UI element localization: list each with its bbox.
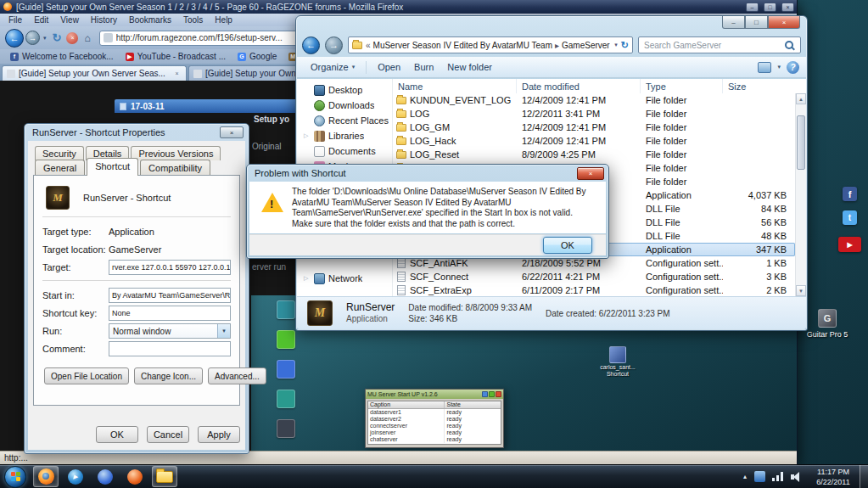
breadcrumb-segment[interactable]: GameServer bbox=[562, 41, 610, 50]
dialog-titlebar[interactable]: Problem with Shortcut bbox=[247, 165, 608, 182]
file-row[interactable]: SCF_ExtraExp 6/11/2009 2:17 PM Configura… bbox=[393, 283, 795, 296]
home-button[interactable] bbox=[84, 32, 90, 44]
show-hidden-icons-button[interactable] bbox=[743, 473, 747, 480]
start-button[interactable] bbox=[4, 466, 26, 488]
menu-item[interactable]: Edit bbox=[28, 15, 54, 25]
minimize-button[interactable] bbox=[722, 16, 745, 29]
change-view-icon[interactable] bbox=[758, 62, 771, 73]
help-icon[interactable] bbox=[787, 61, 799, 74]
bookmark-item[interactable]: f Welcome to Facebook... bbox=[5, 52, 119, 61]
forward-button[interactable] bbox=[25, 31, 40, 45]
network-icon[interactable] bbox=[772, 472, 784, 481]
close-button[interactable] bbox=[220, 126, 244, 138]
browser-tab[interactable]: [Guide] Setup your Own Server Seas... × bbox=[2, 65, 187, 81]
dropdown-arrow-icon[interactable] bbox=[217, 324, 230, 338]
close-button[interactable] bbox=[768, 16, 800, 29]
address-bar[interactable]: « MuServer Season IV Edited By AvatarMU … bbox=[348, 36, 633, 53]
file-row[interactable]: KUNDUN_EVENT_LOG 12/4/2009 12:41 PM File… bbox=[393, 93, 795, 107]
explorer-taskbar-button[interactable] bbox=[152, 466, 177, 487]
file-row[interactable]: LOG_Reset 8/9/2009 4:25 PM File folder bbox=[393, 148, 795, 161]
expander-icon[interactable]: ▷ bbox=[304, 275, 311, 282]
view-dropdown-icon[interactable] bbox=[777, 64, 781, 70]
start-in-field[interactable]: By AvatarMU Team\GameServer\RunServer.ex… bbox=[109, 288, 231, 303]
blue-app-taskbar-button[interactable] bbox=[92, 466, 118, 487]
ok-button[interactable]: OK bbox=[96, 426, 138, 443]
address-dropdown-icon[interactable] bbox=[614, 42, 618, 48]
column-header-name[interactable]: Name bbox=[393, 79, 517, 93]
close-button[interactable] bbox=[577, 167, 604, 180]
tray-app-icon[interactable] bbox=[754, 471, 765, 482]
scrollbar[interactable] bbox=[795, 93, 806, 296]
scroll-down-button[interactable] bbox=[796, 285, 806, 296]
sidebar-item[interactable]: Recent Places bbox=[297, 113, 392, 128]
breadcrumb-segment[interactable]: MuServer Season IV Edited By AvatarMU Te… bbox=[373, 41, 552, 50]
clock[interactable]: 11:17 PM 6/22/2011 bbox=[809, 467, 857, 487]
menu-item[interactable]: Bookmarks bbox=[123, 15, 177, 25]
firefox-taskbar-button[interactable] bbox=[33, 466, 59, 487]
breadcrumb-chevron[interactable]: « bbox=[366, 41, 371, 50]
menu-item[interactable]: Help bbox=[209, 15, 238, 25]
menu-item[interactable]: View bbox=[54, 15, 85, 25]
refresh-icon[interactable] bbox=[621, 40, 629, 51]
properties-tab[interactable]: General bbox=[35, 160, 85, 176]
twitter-icon[interactable]: t bbox=[843, 210, 857, 225]
media-player-taskbar-button[interactable] bbox=[63, 466, 88, 487]
change-icon-button[interactable]: Change Icon... bbox=[134, 367, 203, 384]
show-desktop-button[interactable] bbox=[860, 465, 868, 488]
search-box[interactable]: Search GameServer bbox=[638, 36, 801, 53]
shortcut-key-field[interactable]: None bbox=[109, 306, 231, 321]
run-dropdown[interactable]: Normal window bbox=[109, 323, 231, 339]
column-header-size[interactable]: Size bbox=[723, 79, 806, 93]
maximize-button[interactable] bbox=[745, 16, 768, 29]
tab-close-button[interactable]: × bbox=[172, 69, 182, 78]
properties-tab[interactable]: Compatibility bbox=[140, 160, 210, 176]
forward-button[interactable] bbox=[325, 36, 343, 54]
sidebar-item[interactable]: Desktop bbox=[297, 82, 392, 98]
advanced-button[interactable]: Advanced... bbox=[208, 367, 266, 384]
minimize-button[interactable] bbox=[746, 3, 759, 12]
sidebar-item[interactable]: Documents bbox=[297, 143, 392, 159]
sidebar-item[interactable]: ▷ Network bbox=[297, 271, 392, 286]
sidebar-item[interactable]: Downloads bbox=[297, 98, 392, 113]
file-row[interactable]: SCF_Connect 6/22/2011 4:21 PM Configurat… bbox=[393, 270, 795, 283]
back-button[interactable] bbox=[5, 29, 24, 48]
firefox-titlebar[interactable]: [Guide] Setup your Own Server Season 1 /… bbox=[0, 0, 797, 14]
new-folder-button[interactable]: New folder bbox=[440, 59, 499, 75]
red-app-taskbar-button[interactable] bbox=[122, 466, 148, 487]
menu-item[interactable]: History bbox=[85, 15, 123, 25]
maximize-button[interactable] bbox=[764, 3, 776, 12]
refresh-button[interactable] bbox=[53, 31, 62, 44]
expander-icon[interactable]: ▷ bbox=[304, 132, 311, 139]
column-header-date[interactable]: Date modified bbox=[517, 79, 641, 93]
open-button[interactable]: Open bbox=[371, 59, 407, 75]
comment-field[interactable] bbox=[109, 341, 231, 356]
scroll-thumb[interactable] bbox=[797, 115, 805, 170]
apply-button[interactable]: Apply bbox=[198, 426, 240, 443]
bookmark-item[interactable]: G Google bbox=[232, 52, 282, 61]
youtube-icon[interactable]: ▶ bbox=[838, 237, 861, 252]
menu-item[interactable]: File bbox=[3, 15, 28, 25]
stop-button[interactable] bbox=[66, 32, 78, 44]
sidebar-item[interactable]: ▷ Libraries bbox=[297, 128, 392, 143]
organize-button[interactable]: Organize bbox=[304, 59, 361, 75]
scroll-up-button[interactable] bbox=[796, 93, 806, 104]
column-header-type[interactable]: Type bbox=[641, 79, 723, 93]
ok-button[interactable]: OK bbox=[543, 237, 592, 254]
facebook-icon[interactable]: f bbox=[843, 187, 857, 201]
properties-tab[interactable]: Shortcut bbox=[87, 158, 138, 176]
open-file-location-button[interactable]: Open File Location bbox=[44, 367, 129, 384]
history-dropdown-icon[interactable] bbox=[43, 35, 47, 42]
volume-icon[interactable] bbox=[791, 472, 803, 482]
burn-button[interactable]: Burn bbox=[407, 59, 440, 75]
properties-tab[interactable]: Previous Versions bbox=[131, 146, 221, 160]
back-button[interactable] bbox=[302, 36, 320, 54]
bookmark-item[interactable]: ▶ YouTube - Broadcast ... bbox=[120, 52, 231, 61]
file-row[interactable]: LOG_Hack 12/4/2009 12:41 PM File folder bbox=[393, 134, 795, 148]
target-field[interactable]: rver.exe 127.0.0.1 55970 127.0.0.1 55960… bbox=[109, 260, 231, 275]
cancel-button[interactable]: Cancel bbox=[147, 426, 189, 443]
file-row[interactable]: LOG_GM 12/4/2009 12:41 PM File folder bbox=[393, 121, 795, 134]
properties-tab[interactable]: Security bbox=[35, 146, 84, 160]
menu-item[interactable]: Tools bbox=[177, 15, 209, 25]
close-button[interactable] bbox=[781, 3, 794, 12]
dialog-titlebar[interactable]: RunServer - Shortcut Properties bbox=[25, 124, 249, 141]
